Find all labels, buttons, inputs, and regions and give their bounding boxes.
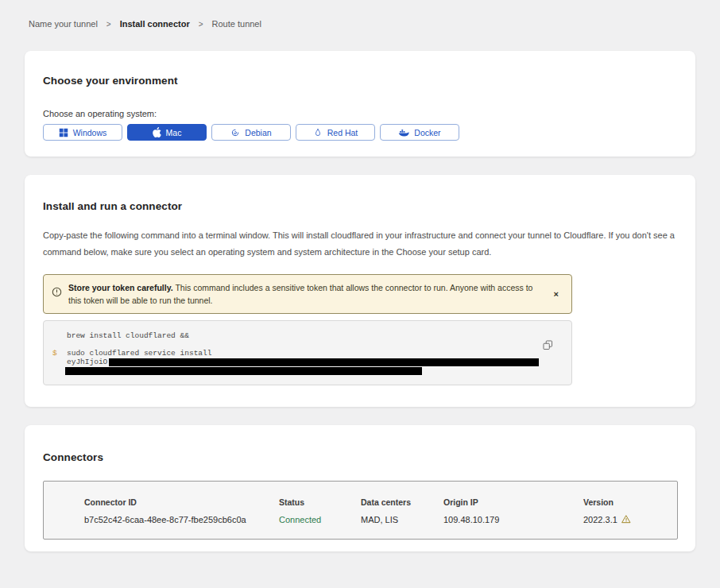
code-line-2: $sudo cloudflared service install bbox=[52, 349, 560, 358]
connectors-title: Connectors bbox=[43, 451, 677, 463]
origin-ip-value: 109.48.10.179 bbox=[443, 515, 583, 524]
token-warning-banner: Store your token carefully. This command… bbox=[43, 274, 572, 314]
breadcrumb-route-tunnel[interactable]: Route tunnel bbox=[212, 19, 261, 29]
os-button-label: Debian bbox=[245, 128, 271, 137]
apple-logo-icon bbox=[153, 127, 161, 137]
debian-swirl-icon bbox=[230, 128, 240, 137]
connectors-table: Connector ID Status Data centers Origin … bbox=[43, 481, 678, 540]
code-line-token-2 bbox=[52, 367, 560, 375]
connectors-card: Connectors Connector ID Status Data cent… bbox=[25, 425, 695, 551]
os-button-label: Red Hat bbox=[327, 128, 358, 137]
breadcrumb-separator: > bbox=[106, 20, 111, 29]
os-button-label: Docker bbox=[414, 128, 440, 137]
breadcrumb-name-your-tunnel[interactable]: Name your tunnel bbox=[29, 19, 98, 29]
connector-table-row: b7c52c42-6caa-48ee-8c77-fbe259cb6c0a Con… bbox=[84, 515, 677, 525]
os-button-redhat[interactable]: Red Hat bbox=[296, 124, 375, 141]
shell-prompt: $ bbox=[52, 349, 67, 358]
install-description: Copy-paste the following command into a … bbox=[43, 227, 677, 261]
data-centers-value: MAD, LIS bbox=[361, 515, 443, 524]
redacted-token-bar-2 bbox=[65, 367, 422, 375]
connectors-table-header: Connector ID Status Data centers Origin … bbox=[84, 497, 677, 507]
token-warning-bold: Store your token carefully. bbox=[68, 283, 173, 292]
os-button-windows[interactable]: Windows bbox=[43, 124, 122, 141]
warning-close-button[interactable]: × bbox=[549, 288, 563, 300]
header-data-centers: Data centers bbox=[361, 497, 443, 507]
code-line-token: eyJhIjoiO bbox=[52, 358, 560, 367]
install-connector-title: Install and run a connector bbox=[43, 200, 677, 212]
os-button-label: Windows bbox=[73, 128, 107, 137]
install-command-code-block: brew install cloudflared && $sudo cloudf… bbox=[43, 320, 572, 385]
code-line-1: brew install cloudflared && bbox=[52, 331, 560, 341]
redhat-logo-icon bbox=[313, 128, 323, 137]
version-warning-triangle-icon bbox=[621, 515, 631, 525]
header-status: Status bbox=[279, 497, 361, 507]
header-origin-ip: Origin IP bbox=[443, 497, 583, 507]
breadcrumb-install-connector[interactable]: Install connector bbox=[120, 19, 190, 29]
os-button-mac[interactable]: Mac bbox=[127, 124, 207, 141]
version-value: 2022.3.1 bbox=[583, 515, 677, 525]
info-circle-icon bbox=[52, 281, 62, 300]
os-button-row: Windows Mac Debian bbox=[43, 124, 677, 141]
header-version: Version bbox=[583, 497, 677, 507]
install-connector-card: Install and run a connector Copy-paste t… bbox=[25, 175, 695, 407]
header-connector-id: Connector ID bbox=[84, 497, 279, 507]
os-button-label: Mac bbox=[166, 128, 182, 137]
os-button-docker[interactable]: Docker bbox=[380, 124, 459, 141]
os-button-debian[interactable]: Debian bbox=[211, 124, 291, 141]
breadcrumb: Name your tunnel > Install connector > R… bbox=[29, 19, 695, 29]
token-warning-text: Store your token carefully. This command… bbox=[68, 281, 543, 307]
choose-environment-card: Choose your environment Choose an operat… bbox=[25, 51, 695, 157]
redacted-token-bar-1 bbox=[109, 358, 539, 366]
choose-environment-title: Choose your environment bbox=[43, 75, 677, 87]
connector-id-value: b7c52c42-6caa-48ee-8c77-fbe259cb6c0a bbox=[84, 515, 279, 524]
copy-command-button[interactable] bbox=[543, 340, 553, 353]
os-select-label: Choose an operating system: bbox=[43, 109, 677, 118]
docker-whale-icon bbox=[398, 128, 409, 137]
tunnel-setup-page: Name your tunnel > Install connector > R… bbox=[0, 0, 720, 588]
status-badge: Connected bbox=[279, 515, 361, 524]
breadcrumb-separator: > bbox=[199, 20, 203, 29]
windows-logo-icon bbox=[59, 128, 68, 137]
